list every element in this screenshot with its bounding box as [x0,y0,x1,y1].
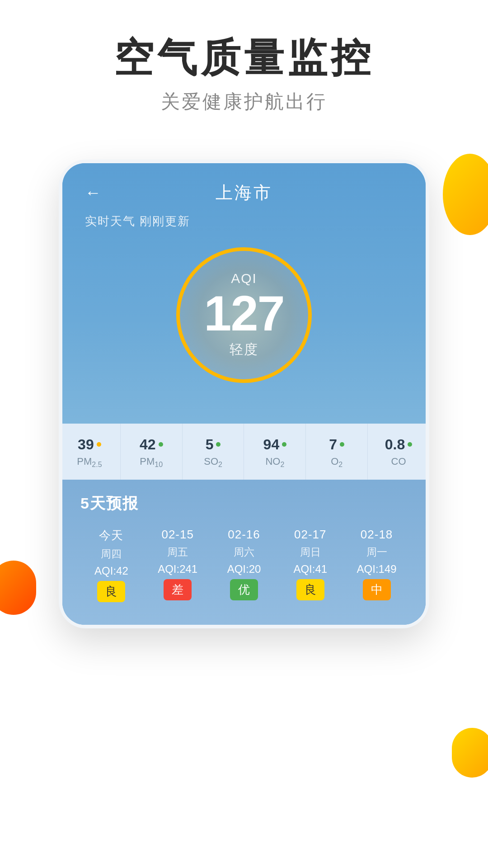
forecast-badge: 差 [164,579,192,600]
metric-value-row: 39 [78,436,101,453]
back-button[interactable]: ← [85,183,101,202]
metric-item: 94 NO2 [244,424,306,480]
page-title: 空气质量监控 [18,36,470,80]
metric-name: PM2.5 [77,456,102,469]
aqi-label: AQI [231,271,257,286]
metric-value: 94 [263,436,280,453]
metric-value-row: 94 [263,436,287,453]
decoration-blob-bottom-right [452,728,488,778]
forecast-badge: 良 [97,581,125,602]
metric-item: 39 PM2.5 [62,424,121,480]
metric-dot [408,442,412,447]
forecast-title: 5天预报 [80,493,408,514]
forecast-day: 02-17 [294,528,327,542]
metric-item: 0.8 CO [368,424,426,480]
metric-item: 42 PM10 [121,424,183,480]
metric-name: SO2 [204,456,222,469]
metric-dot [282,442,286,447]
forecast-section: 5天预报 今天 周四 AQI:42 良 02-15 周五 AQI:241 差 0… [62,480,426,625]
decoration-blob-right [443,154,488,235]
metric-dot [97,442,101,447]
forecast-item: 02-18 周一 AQI:149 中 [346,528,408,602]
forecast-day: 02-16 [228,528,260,542]
metric-item: 5 SO2 [183,424,244,480]
aqi-circle: AQI 127 轻度 [176,247,312,383]
page-subtitle: 关爱健康护航出行 [18,89,470,114]
forecast-item: 02-16 周六 AQI:20 优 [213,528,275,602]
nav-bar: ← 上海市 [85,181,403,204]
forecast-aqi: AQI:241 [158,563,197,576]
aqi-circle-container: AQI 127 轻度 [85,247,403,383]
metrics-bar: 39 PM2.5 42 PM10 5 SO2 94 NO2 7 O2 0.8 [62,424,426,480]
forecast-weekday: 周四 [101,547,122,561]
metric-name: CO [391,456,406,467]
metric-value-row: 0.8 [385,436,412,453]
forecast-badge: 中 [363,579,391,600]
forecast-badge: 优 [230,579,258,600]
metric-dot [340,442,344,447]
phone-frame: ← 上海市 实时天气 刚刚更新 AQI 127 轻度 39 [59,160,429,628]
forecast-row: 今天 周四 AQI:42 良 02-15 周五 AQI:241 差 02-16 … [80,528,408,602]
metric-name: PM10 [140,456,163,469]
metric-name: O2 [331,456,343,469]
forecast-day: 今天 [99,528,123,543]
header-section: 空气质量监控 关爱健康护航出行 [0,0,488,132]
aqi-desc: 轻度 [230,340,258,359]
metric-value: 39 [78,436,94,453]
aqi-value: 127 [204,288,284,338]
decoration-blob-left [0,561,36,615]
metric-value: 42 [140,436,156,453]
app-top-area: ← 上海市 实时天气 刚刚更新 AQI 127 轻度 [62,163,426,424]
metric-name: NO2 [265,456,284,469]
metric-dot [216,442,221,447]
metric-item: 7 O2 [306,424,368,480]
forecast-weekday: 周五 [167,545,188,559]
metric-value-row: 5 [206,436,221,453]
forecast-weekday: 周六 [234,545,254,559]
forecast-item: 02-17 周日 AQI:41 良 [279,528,341,602]
phone-mockup: ← 上海市 实时天气 刚刚更新 AQI 127 轻度 39 [59,160,429,628]
forecast-badge: 良 [296,579,324,600]
forecast-aqi: AQI:149 [357,563,397,576]
city-label: 上海市 [216,181,272,204]
metric-value-row: 7 [329,436,344,453]
forecast-day: 02-18 [361,528,393,542]
metrics-row: 39 PM2.5 42 PM10 5 SO2 94 NO2 7 O2 0.8 [62,424,426,480]
metric-dot [159,442,163,447]
app-content: ← 上海市 实时天气 刚刚更新 AQI 127 轻度 39 [62,163,426,625]
forecast-day: 02-15 [161,528,194,542]
forecast-weekday: 周一 [366,545,387,559]
metric-value-row: 42 [140,436,163,453]
forecast-item: 02-15 周五 AQI:241 差 [147,528,209,602]
forecast-aqi: AQI:20 [227,563,261,576]
weather-status: 实时天气 刚刚更新 [85,213,403,229]
forecast-aqi: AQI:42 [94,565,128,577]
metric-value: 5 [206,436,214,453]
metric-value: 0.8 [385,436,405,453]
metric-value: 7 [329,436,337,453]
forecast-weekday: 周日 [300,545,321,559]
forecast-item: 今天 周四 AQI:42 良 [80,528,142,602]
forecast-aqi: AQI:41 [293,563,327,576]
